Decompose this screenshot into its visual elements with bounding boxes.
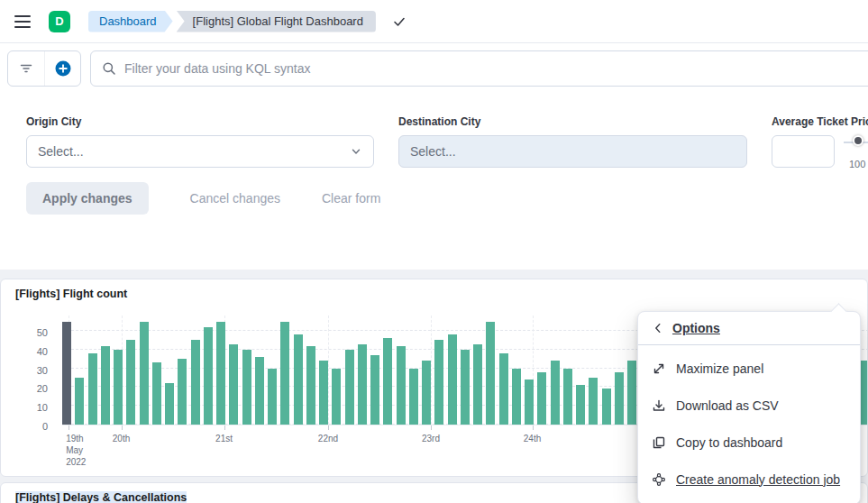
kql-search-input[interactable] bbox=[124, 61, 858, 76]
chart-bar[interactable] bbox=[140, 322, 149, 425]
chart-y-axis: 01020304050 bbox=[19, 316, 55, 425]
slider-tick-label: 100 bbox=[849, 159, 865, 169]
maximize-icon bbox=[652, 361, 666, 376]
chart-bar[interactable] bbox=[409, 369, 418, 425]
chart-bar[interactable] bbox=[165, 383, 174, 425]
chart-bar[interactable] bbox=[75, 378, 84, 425]
chart-bar[interactable] bbox=[358, 344, 367, 425]
ticket-price-min-input[interactable] bbox=[772, 135, 835, 168]
chart-bar[interactable] bbox=[602, 389, 611, 425]
origin-city-value: Select... bbox=[38, 144, 84, 159]
chart-bar[interactable] bbox=[255, 357, 264, 425]
chart-bar[interactable] bbox=[473, 344, 482, 425]
breadcrumb-current-dashboard[interactable]: [Flights] Global Flight Dashboard bbox=[177, 11, 376, 32]
y-tick-label: 50 bbox=[37, 327, 48, 338]
options-menu-title: Options bbox=[672, 321, 720, 335]
chart-bar[interactable] bbox=[370, 355, 379, 425]
saved-query-menu-button[interactable] bbox=[8, 51, 44, 86]
chart-bar[interactable] bbox=[345, 350, 354, 425]
origin-city-select[interactable]: Select... bbox=[26, 135, 374, 168]
chart-bar[interactable] bbox=[101, 346, 110, 425]
origin-city-label: Origin City bbox=[26, 115, 374, 128]
options-menu-header[interactable]: Options bbox=[638, 312, 860, 345]
chart-bar[interactable] bbox=[88, 353, 97, 425]
chevron-left-icon bbox=[652, 322, 664, 334]
dashboard-controls-panel: Origin City Select... Destination City S… bbox=[0, 94, 868, 270]
menu-item-maximize-panel[interactable]: Maximize panel bbox=[638, 350, 860, 387]
chart-bar[interactable] bbox=[294, 334, 303, 425]
destination-city-label: Destination City bbox=[398, 115, 747, 128]
menu-item-label: Copy to dashboard bbox=[676, 435, 782, 450]
ticket-price-label: Average Ticket Price bbox=[772, 115, 868, 128]
chart-bar[interactable] bbox=[242, 350, 251, 425]
chart-bar[interactable] bbox=[383, 338, 392, 425]
menu-item-copy-to-dashboard[interactable]: Copy to dashboard bbox=[638, 424, 860, 461]
menu-item-label: Maximize panel bbox=[676, 361, 763, 376]
saved-state-menu-button[interactable] bbox=[392, 14, 407, 29]
chart-bar[interactable] bbox=[627, 361, 636, 425]
query-bar bbox=[0, 43, 868, 94]
chart-bar[interactable] bbox=[448, 334, 457, 425]
menu-item-download-csv[interactable]: Download as CSV bbox=[638, 387, 860, 424]
chart-bar[interactable] bbox=[461, 350, 470, 425]
plus-in-circle-icon bbox=[55, 60, 71, 77]
chart-bar[interactable] bbox=[615, 372, 624, 425]
chart-bar[interactable] bbox=[332, 369, 341, 425]
chart-bar[interactable] bbox=[499, 353, 508, 425]
search-icon bbox=[102, 61, 116, 76]
slider-handle[interactable] bbox=[853, 135, 863, 146]
chart-bar[interactable] bbox=[178, 359, 187, 425]
breadcrumb-dashboard[interactable]: Dashboard bbox=[88, 11, 173, 32]
chart-bar[interactable] bbox=[114, 350, 123, 425]
space-avatar[interactable]: D bbox=[49, 11, 70, 32]
menu-button[interactable] bbox=[9, 10, 36, 33]
clear-form-button[interactable]: Clear form bbox=[322, 191, 380, 206]
chart-bar[interactable] bbox=[191, 340, 200, 425]
chart-bar[interactable] bbox=[422, 361, 431, 425]
chart-bar[interactable] bbox=[397, 346, 406, 425]
destination-city-control: Destination City Select... bbox=[398, 115, 747, 168]
y-tick-label: 0 bbox=[42, 421, 48, 432]
filter-icon bbox=[19, 61, 33, 76]
chart-bar[interactable] bbox=[268, 369, 277, 425]
chart-bar[interactable] bbox=[126, 340, 135, 425]
origin-city-control: Origin City Select... bbox=[26, 115, 374, 168]
apply-changes-button[interactable]: Apply changes bbox=[26, 182, 149, 215]
chart-bar[interactable] bbox=[576, 385, 585, 425]
y-tick-label: 40 bbox=[37, 346, 48, 357]
x-tick-label: 20th bbox=[107, 433, 136, 444]
chart-bar[interactable] bbox=[551, 361, 560, 425]
destination-city-value: Select... bbox=[410, 144, 456, 159]
chart-bar[interactable] bbox=[280, 322, 289, 425]
delays-panel-title-text: [Flights] Delays & Cancellations bbox=[15, 491, 187, 503]
filter-button-group bbox=[7, 50, 81, 87]
chart-bar[interactable] bbox=[229, 344, 238, 425]
chart-bar[interactable] bbox=[434, 340, 443, 425]
chart-bar[interactable] bbox=[563, 369, 572, 425]
chart-bar[interactable] bbox=[319, 361, 328, 425]
menu-item-label: Create anomaly detection job bbox=[676, 472, 840, 487]
chart-bar[interactable] bbox=[306, 346, 315, 425]
chart-bar[interactable] bbox=[204, 327, 213, 425]
y-tick-label: 30 bbox=[37, 365, 48, 376]
y-tick-label: 10 bbox=[37, 402, 48, 413]
chart-bar[interactable] bbox=[589, 378, 598, 425]
destination-city-select[interactable]: Select... bbox=[398, 135, 747, 168]
chart-bar[interactable] bbox=[152, 362, 161, 425]
chart-bar[interactable] bbox=[486, 322, 495, 425]
chevron-down-icon bbox=[350, 145, 362, 158]
cancel-changes-button[interactable]: Cancel changes bbox=[190, 191, 280, 206]
flight-count-panel-title[interactable]: [Flights] Flight count bbox=[1, 279, 867, 300]
x-tick-label: 23rd bbox=[416, 433, 445, 444]
options-menu-list: Maximize panel Download as CSV Copy to d… bbox=[638, 345, 860, 503]
chart-bar[interactable] bbox=[512, 369, 521, 425]
chart-bar[interactable] bbox=[216, 322, 225, 425]
x-tick-label: 22nd bbox=[314, 433, 343, 444]
controls-form-actions: Apply changes Cancel changes Clear form bbox=[26, 182, 868, 215]
chart-bar[interactable] bbox=[537, 372, 546, 425]
chart-bar[interactable] bbox=[525, 380, 534, 425]
panel-options-menu: Options Maximize panel Download as CSV C… bbox=[637, 311, 861, 503]
add-filter-button[interactable] bbox=[44, 51, 80, 86]
chart-bar[interactable] bbox=[62, 322, 71, 425]
menu-item-create-anomaly-job[interactable]: Create anomaly detection job bbox=[638, 461, 860, 498]
